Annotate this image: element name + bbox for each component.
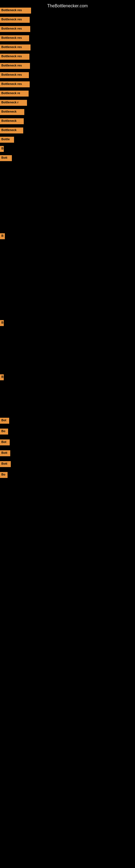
bottleneck-item-3[interactable]: Bottleneck res (0, 35, 29, 41)
bottleneck-item-11[interactable]: Bottleneck (0, 109, 24, 115)
bottleneck-item-14[interactable]: Bottle (0, 137, 14, 143)
bottleneck-item-0[interactable]: Bottleneck res (0, 8, 31, 13)
bottleneck-item-4[interactable]: Bottleneck res (0, 44, 31, 51)
bottleneck-item-16[interactable]: Bott (0, 155, 12, 161)
bottleneck-item-9[interactable]: Bottleneck re (0, 91, 29, 97)
bottleneck-item-22[interactable]: Bot (0, 439, 10, 445)
bottleneck-item-21[interactable]: Bo (0, 429, 8, 435)
bottleneck-item-2[interactable]: Bottleneck res (0, 26, 30, 32)
bottleneck-item-1[interactable]: Bottleneck res (0, 17, 30, 23)
bottleneck-item-12[interactable]: Bottleneck (0, 118, 24, 124)
bottleneck-item-19[interactable]: B (0, 374, 4, 380)
bottleneck-item-5[interactable]: Bottleneck res (0, 54, 30, 60)
bottleneck-item-10[interactable]: Bottleneck r (0, 100, 27, 106)
bottleneck-item-13[interactable]: Bottleneck (0, 127, 23, 133)
bottleneck-item-20[interactable]: Bot (0, 418, 9, 424)
bottleneck-item-25[interactable]: Bo (0, 472, 8, 478)
bottleneck-item-17[interactable]: B (0, 233, 5, 239)
bottleneck-item-23[interactable]: Bott (0, 450, 10, 456)
bottleneck-item-18[interactable]: B (0, 320, 4, 326)
bottleneck-item-7[interactable]: Bottleneck res (0, 72, 29, 78)
bottleneck-item-6[interactable]: Bottleneck res (0, 63, 30, 69)
bottleneck-item-8[interactable]: Bottleneck res (0, 82, 30, 87)
bottleneck-item-24[interactable]: Bott (0, 461, 11, 467)
bottleneck-item-15[interactable]: B (0, 146, 4, 152)
